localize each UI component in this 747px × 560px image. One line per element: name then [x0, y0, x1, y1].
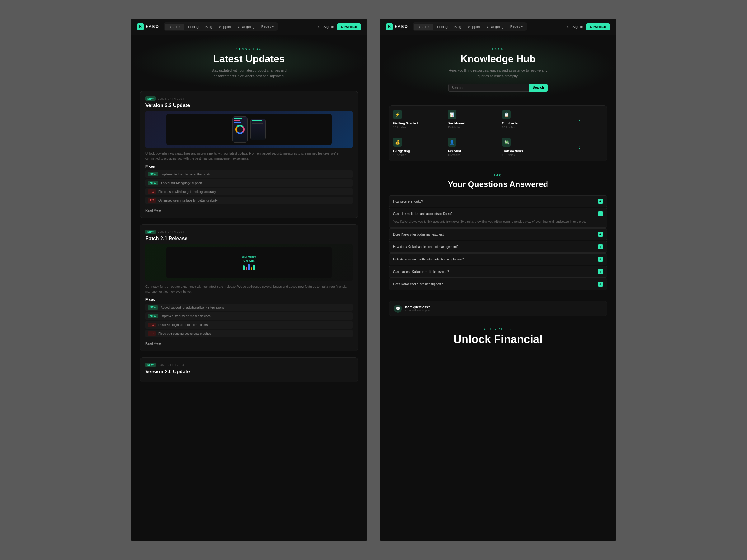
cat-count-budgeting: 10 Articles [393, 153, 440, 157]
cat-card-dashboard[interactable]: 📊 Dashboard 10 Articles [444, 106, 498, 133]
chat-sub: Chat with our support. [405, 309, 602, 312]
nav-pricing[interactable]: Pricing [185, 24, 202, 30]
card-meta-2: NEW JUNE 24TH 2024 [145, 230, 353, 234]
app-promo-title: Your Money. [242, 256, 256, 258]
mini-bars [243, 264, 255, 270]
nav-pages-right[interactable]: Pages ▾ [507, 23, 526, 30]
faq-item-4: Is Kaiko compliant with data protection … [389, 253, 607, 265]
budgeting-icon: 💰 [393, 138, 402, 146]
nav-changelog[interactable]: Changelog [235, 24, 258, 30]
download-button[interactable]: Download [337, 23, 361, 30]
faq-item-1: Can I link multiple bank accounts to Kai… [389, 208, 607, 228]
cat-card-contracts[interactable]: 📋 Contracts 10 Articles [498, 106, 552, 133]
fix-item: NEW Added support for additional bank in… [145, 304, 353, 311]
cat-card-budgeting[interactable]: 💰 Budgeting 10 Articles [389, 133, 443, 161]
dashboard-icon: 📊 [447, 110, 456, 119]
cat-card-account[interactable]: 👤 Account 10 Articles [444, 133, 498, 161]
phone-mockup-group [232, 116, 266, 143]
nav-features-right[interactable]: Features [414, 24, 433, 30]
fix-tag-new: NEW [148, 172, 158, 177]
nav-pricing-right[interactable]: Pricing [434, 24, 451, 30]
faq-toggle-4[interactable]: + [598, 257, 603, 262]
faq-toggle-2[interactable]: + [598, 232, 603, 237]
logo-right[interactable]: K KAIKO [386, 23, 408, 30]
changelog-hero: CHANGELOG Latest Updates Stay updated wi… [131, 35, 367, 88]
card-tag-new: NEW [145, 97, 156, 101]
faq-header-1[interactable]: Can I link multiple bank accounts to Kai… [389, 208, 607, 219]
nav-right-2: 0 Sign In Download [567, 23, 610, 30]
mini-bar-3 [248, 264, 250, 270]
fix-text: Implemented two factor authentication [161, 173, 213, 176]
faq-question-1: Can I link multiple bank accounts to Kai… [393, 212, 453, 216]
mini-bar-4 [251, 267, 252, 270]
nav-blog-right[interactable]: Blog [451, 24, 464, 30]
app-promo: Your Money. One App. [242, 256, 256, 270]
fix-tag: NEW [148, 314, 158, 318]
phone-screen-2 [251, 119, 265, 140]
search-input[interactable] [448, 84, 529, 92]
faq-toggle-1[interactable]: − [598, 211, 603, 216]
faq-toggle-5[interactable]: + [598, 269, 603, 274]
nav-bar: K KAIKO Features Pricing Blog Support Ch… [131, 19, 367, 35]
search-button[interactable]: Search [529, 84, 548, 92]
search-row: Search [448, 84, 548, 92]
cat-card-transactions[interactable]: 💸 Transactions 10 Articles [498, 133, 552, 161]
download-button-2[interactable]: Download [586, 23, 610, 30]
faq-header-6[interactable]: Does Kaiko offer customer support? + [389, 278, 607, 290]
phone-screen [232, 117, 248, 142]
faq-toggle-0[interactable]: + [598, 199, 603, 204]
card-version-title: Version 2.2 Update [145, 103, 353, 108]
faq-toggle-3[interactable]: + [598, 244, 603, 249]
fix-item: FIX Optimised user interface for better … [145, 196, 353, 204]
changelog-label: CHANGELOG [137, 47, 361, 51]
faq-header-3[interactable]: How does Kaiko handle contract managemen… [389, 241, 607, 252]
nav-links-right: Features Pricing Blog Support Changelog … [413, 22, 527, 31]
hub-subtitle: Here, you'll find resources, guides, and… [445, 68, 551, 79]
nav-changelog-right[interactable]: Changelog [484, 24, 507, 30]
chat-title: More questions? [405, 305, 602, 309]
cat-card-overflow: › [552, 106, 607, 133]
card-image-inner [166, 113, 332, 145]
phone-mock-2 [250, 118, 266, 140]
faq-item-5: Can I access Kaiko on multiple devices? … [389, 266, 607, 277]
faq-question-0: How secure is Kaiko? [393, 200, 423, 203]
faq-header-4[interactable]: Is Kaiko compliant with data protection … [389, 254, 607, 265]
fix-text: Added support for additional bank integr… [161, 306, 224, 309]
changelog-card: NEW JUNE 24TH 2024 Version 2.2 Update [140, 91, 358, 218]
brand-name-right: KAIKO [395, 24, 408, 29]
faq-question-6: Does Kaiko offer customer support? [393, 283, 443, 286]
donut-chart [235, 125, 244, 134]
faq-toggle-6[interactable]: + [598, 282, 603, 287]
app-promo-sub: One App. [243, 260, 254, 262]
cat-card-getting-started[interactable]: ⚡ Getting Started 10 Articles [389, 106, 443, 133]
logo[interactable]: K KAIKO [137, 23, 159, 30]
signin-button-2[interactable]: Sign In [572, 25, 583, 29]
hub-hero: DOCS Knowledge Hub Here, you'll find res… [380, 35, 616, 99]
mini-bar-5 [253, 265, 255, 270]
fix-tag-fix: FIX [148, 189, 156, 194]
faq-header-5[interactable]: Can I access Kaiko on multiple devices? … [389, 266, 607, 277]
cat-count-transactions: 10 Articles [502, 153, 549, 157]
bar-1 [252, 120, 262, 121]
bar-green [234, 118, 242, 119]
hub-label: DOCS [386, 47, 610, 51]
fix-text: Added multi-language support [161, 181, 202, 185]
signin-button[interactable]: Sign In [324, 25, 334, 29]
nav-features[interactable]: Features [165, 24, 184, 30]
faq-header-2[interactable]: Does Kaiko offer budgeting features? + [389, 229, 607, 240]
fix-item: FIX Resolved login error for some users [145, 321, 353, 328]
faq-header-0[interactable]: How secure is Kaiko? + [389, 196, 607, 207]
nav-support[interactable]: Support [216, 24, 234, 30]
nav-blog[interactable]: Blog [202, 24, 215, 30]
hub-title: Knowledge Hub [386, 53, 610, 65]
fix-tag: NEW [148, 305, 158, 310]
chat-icon: 💬 [394, 304, 402, 313]
nav-support-right[interactable]: Support [465, 24, 483, 30]
contracts-icon: 📋 [502, 110, 511, 119]
overflow-icon: › [578, 116, 581, 123]
read-more-link-2[interactable]: Read More [145, 342, 161, 345]
nav-pages[interactable]: Pages ▾ [258, 23, 277, 30]
changelog-title: Latest Updates [137, 53, 361, 65]
chat-bar[interactable]: 💬 More questions? Chat with our support. [389, 301, 607, 316]
read-more-link[interactable]: Read More [145, 209, 161, 212]
